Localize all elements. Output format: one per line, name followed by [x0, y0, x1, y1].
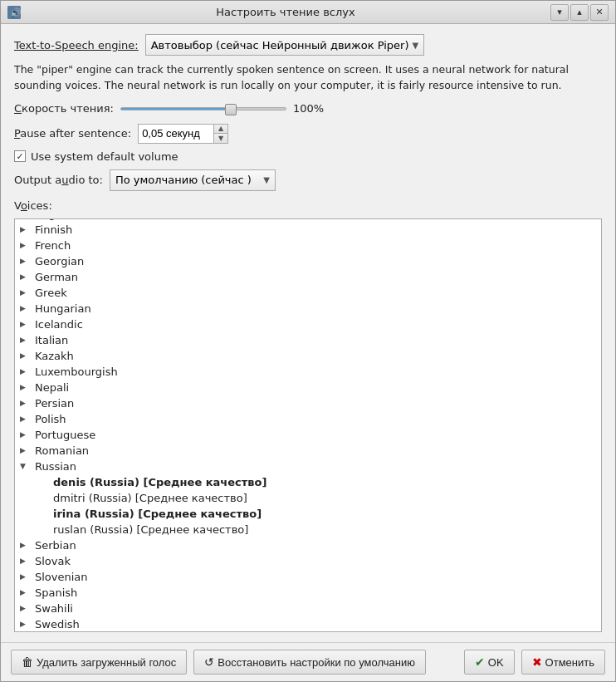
arrow-icon-serbian: ▶	[20, 541, 28, 549]
arrow-icon-romanian: ▶	[20, 446, 28, 454]
voice-label-portuguese: Portuguese	[35, 429, 95, 441]
slider-fill	[121, 108, 228, 110]
voice-label-greek: Greek	[35, 287, 67, 299]
voice-item-icelandic[interactable]: ▶Icelandic	[15, 316, 601, 332]
pause-row: Pause after sentence: ▲ ▼	[14, 124, 602, 144]
voice-item-slovenian[interactable]: ▶Slovenian	[15, 569, 601, 585]
voice-label-swahili: Swahili	[35, 602, 73, 615]
volume-label: Use system default volume	[31, 150, 178, 163]
ok-button[interactable]: ✔ OK	[464, 650, 515, 675]
voices-list[interactable]: ▶Czech▶Danish▶Default▶Dutch▶English▶Finn…	[15, 219, 601, 632]
voice-item-greek[interactable]: ▶Greek	[15, 285, 601, 301]
spinbox-down[interactable]: ▼	[214, 134, 227, 143]
ok-label: OK	[488, 656, 504, 669]
delete-label: Удалить загруженный голос	[37, 656, 176, 669]
window-icon: 🔊	[7, 6, 21, 19]
voice-subitem-russian-irina[interactable]: irina (Russia) [Среднее качество]	[15, 506, 601, 522]
voice-label-persian: Persian	[35, 397, 74, 410]
voice-label-italian: Italian	[35, 334, 68, 346]
voice-item-luxembourgish[interactable]: ▶Luxembourgish	[15, 364, 601, 380]
voice-label-icelandic: Icelandic	[35, 318, 83, 331]
cancel-icon: ✖	[532, 655, 542, 669]
voice-item-portuguese[interactable]: ▶Portuguese	[15, 427, 601, 443]
arrow-icon-hungarian: ▶	[20, 304, 28, 312]
arrow-icon-nepali: ▶	[20, 383, 28, 391]
voices-container: ▶Czech▶Danish▶Default▶Dutch▶English▶Finn…	[14, 218, 602, 633]
voice-item-spanish[interactable]: ▶Spanish	[15, 585, 601, 601]
voice-label-polish: Polish	[35, 413, 66, 425]
voice-item-hungarian[interactable]: ▶Hungarian	[15, 301, 601, 316]
engine-label: Text-to-Speech engine:	[14, 39, 139, 52]
restore-button[interactable]: ▴	[570, 4, 589, 21]
output-select[interactable]: По умолчанию (сейчас ) ▼	[110, 169, 276, 191]
close-button[interactable]: ✕	[590, 4, 609, 21]
engine-row: Text-to-Speech engine: Автовыбор (сейчас…	[14, 34, 602, 56]
restore-icon: ↺	[204, 655, 214, 669]
cancel-button[interactable]: ✖ Отменить	[521, 650, 605, 675]
output-row: Output audio to: По умолчанию (сейчас ) …	[14, 169, 602, 191]
voice-item-serbian[interactable]: ▶Serbian	[15, 537, 601, 553]
slider-track	[120, 107, 286, 110]
voice-item-german[interactable]: ▶German	[15, 269, 601, 285]
voice-label-luxembourgish: Luxembourgish	[35, 366, 118, 378]
voice-item-italian[interactable]: ▶Italian	[15, 332, 601, 348]
arrow-icon-swedish: ▶	[20, 620, 28, 628]
voice-label-slovenian: Slovenian	[35, 571, 88, 583]
voice-item-swahili[interactable]: ▶Swahili	[15, 601, 601, 616]
arrow-icon-portuguese: ▶	[20, 430, 28, 439]
arrow-icon-spanish: ▶	[20, 588, 28, 596]
voice-subitem-russian-denis[interactable]: denis (Russia) [Среднее качество]	[15, 474, 601, 490]
engine-dropdown-arrow: ▼	[413, 41, 419, 50]
engine-select[interactable]: Автовыбор (сейчас Нейронный движок Piper…	[145, 34, 425, 56]
voice-label-slovak: Slovak	[35, 555, 71, 567]
voice-item-romanian[interactable]: ▶Romanian	[15, 443, 601, 459]
voice-item-french[interactable]: ▶French	[15, 238, 601, 253]
voice-item-georgian[interactable]: ▶Georgian	[15, 253, 601, 269]
voices-label: Voices:	[14, 199, 602, 212]
spinbox-arrows: ▲ ▼	[213, 125, 227, 143]
voice-item-nepali[interactable]: ▶Nepali	[15, 380, 601, 395]
delete-voice-button[interactable]: 🗑 Удалить загруженный голос	[11, 650, 187, 675]
minimize-button[interactable]: ▾	[550, 4, 569, 21]
voice-subitem-russian-dmitri[interactable]: dmitri (Russia) [Среднее качество]	[15, 490, 601, 506]
arrow-icon-slovenian: ▶	[20, 572, 28, 581]
arrow-icon-swahili: ▶	[20, 604, 28, 612]
speed-slider[interactable]	[120, 101, 286, 117]
voice-item-russian[interactable]: ▼Russian	[15, 459, 601, 474]
restore-defaults-button[interactable]: ↺ Восстановить настройки по умолчанию	[193, 650, 426, 675]
voice-item-finnish[interactable]: ▶Finnish	[15, 222, 601, 238]
arrow-icon-polish: ▶	[20, 415, 28, 423]
slider-thumb[interactable]	[225, 104, 237, 115]
voice-label-finnish: Finnish	[35, 223, 72, 236]
pause-label: Pause after sentence:	[14, 127, 131, 140]
arrow-icon-slovak: ▶	[20, 557, 28, 565]
titlebar-buttons: ▾ ▴ ✕	[550, 4, 609, 21]
restore-label: Восстановить настройки по умолчанию	[218, 656, 415, 669]
voice-label-romanian: Romanian	[35, 444, 89, 457]
voice-item-polish[interactable]: ▶Polish	[15, 411, 601, 427]
window: 🔊 Настроить чтение вслух ▾ ▴ ✕ Text-to-S…	[0, 0, 616, 682]
speed-label: Скорость чтения:	[14, 102, 114, 115]
voice-item-swedish[interactable]: ▶Swedish	[15, 616, 601, 632]
voice-item-kazakh[interactable]: ▶Kazakh	[15, 348, 601, 364]
arrow-icon-german: ▶	[20, 272, 28, 281]
volume-row: ✓ Use system default volume	[14, 150, 602, 163]
voice-subitem-russian-ruslan[interactable]: ruslan (Russia) [Среднее качество]	[15, 522, 601, 537]
arrow-icon-kazakh: ▶	[20, 351, 28, 360]
output-select-value: По умолчанию (сейчас )	[115, 174, 260, 186]
voice-item-slovak[interactable]: ▶Slovak	[15, 553, 601, 569]
voice-label-french: French	[35, 239, 71, 252]
voice-label-kazakh: Kazakh	[35, 350, 74, 362]
footer: 🗑 Удалить загруженный голос ↺ Восстанови…	[1, 642, 615, 681]
voice-item-persian[interactable]: ▶Persian	[15, 395, 601, 411]
pause-input[interactable]	[139, 125, 213, 143]
voice-label-hungarian: Hungarian	[35, 302, 91, 315]
pause-spinbox[interactable]: ▲ ▼	[138, 124, 228, 144]
volume-checkbox[interactable]: ✓	[14, 150, 26, 162]
voice-label-serbian: Serbian	[35, 539, 76, 552]
speed-value: 100%	[293, 102, 324, 115]
arrow-icon-russian: ▼	[20, 462, 28, 470]
arrow-icon-georgian: ▶	[20, 257, 28, 265]
spinbox-up[interactable]: ▲	[214, 125, 227, 135]
output-label: Output audio to:	[14, 174, 103, 186]
